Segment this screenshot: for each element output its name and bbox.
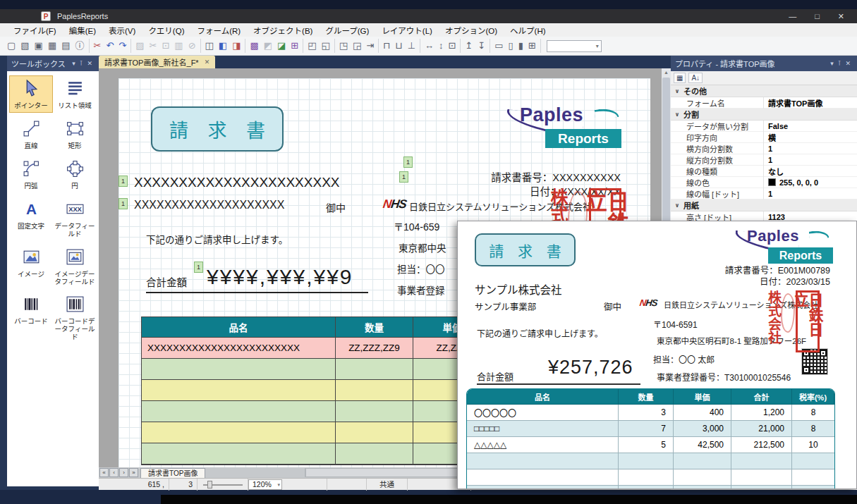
toolbar-field-edit-icon[interactable]: ◧ xyxy=(219,39,227,52)
property-value[interactable]: 255, 0, 0, 0 xyxy=(764,178,857,187)
property-section-2[interactable]: ∨分割 xyxy=(671,109,857,121)
pin-icon[interactable]: ⊺ xyxy=(78,60,85,67)
toolbar-fit-page-icon[interactable]: ▮ xyxy=(518,39,523,52)
nhs-logo[interactable]: NHS xyxy=(383,197,406,211)
toolbar-same-size-icon[interactable]: ⊡ xyxy=(448,39,456,52)
toolbar-new-form-icon[interactable]: ▢ xyxy=(7,39,16,52)
property-section-10[interactable]: ∨用紙 xyxy=(671,199,857,211)
tool-line[interactable]: 直線 xyxy=(9,116,53,153)
nav-prev-icon[interactable]: ‹ xyxy=(109,468,118,477)
menu-item-8[interactable]: オプション(O) xyxy=(439,25,504,36)
property-value[interactable]: 1123 xyxy=(764,213,857,221)
menu-item-0[interactable]: ファイル(F) xyxy=(7,25,63,36)
toolbar-align-top-icon[interactable]: ⊓ xyxy=(383,39,390,52)
close-icon[interactable]: ✕ xyxy=(843,60,853,67)
toolbar-print-icon[interactable]: ▤ xyxy=(61,39,70,52)
zoom-slider[interactable] xyxy=(197,479,248,491)
toolbar-bring-front-icon[interactable]: ◰ xyxy=(308,39,316,52)
toolbar-same-height-icon[interactable]: ↕ xyxy=(439,39,444,52)
toolbar-send-back-icon[interactable]: ◱ xyxy=(322,39,330,52)
toolbar-field-delete-icon[interactable]: ◨ xyxy=(232,39,241,52)
menu-item-7[interactable]: レイアウト(L) xyxy=(375,25,439,36)
toolbar-center-vertical-icon[interactable]: ↧ xyxy=(478,39,485,52)
pin-icon[interactable]: ⊺ xyxy=(836,60,844,67)
property-value[interactable]: 1 xyxy=(764,190,857,198)
total-amount-field[interactable]: ¥¥¥¥,¥¥¥,¥¥9 xyxy=(207,265,353,289)
tool-list-area[interactable]: リスト領域 xyxy=(53,75,97,113)
tool-image-data-field[interactable]: イメージデータフィールド xyxy=(53,244,97,289)
menu-item-6[interactable]: グループ(G) xyxy=(319,25,375,36)
toolbar-undo-icon[interactable]: ↶ xyxy=(106,39,114,52)
registration-label[interactable]: 事業者登録 xyxy=(397,283,445,297)
client-name-field[interactable]: XXXXXXXXXXXXXXXXXXXXXXX xyxy=(134,175,339,190)
toolbar-copy-icon[interactable]: ⊡ xyxy=(162,39,169,52)
paples-reports-logo[interactable]: Paples Reports xyxy=(504,104,623,151)
nav-first-icon[interactable]: « xyxy=(99,468,109,477)
contact-label[interactable]: 担当：〇〇 xyxy=(397,262,445,276)
menu-item-2[interactable]: 表示(V) xyxy=(102,25,142,36)
close-icon[interactable]: ✕ xyxy=(838,12,844,21)
minimize-icon[interactable]: — xyxy=(789,12,796,20)
address-label[interactable]: 東京都中央 xyxy=(399,240,446,254)
maximize-icon[interactable]: □ xyxy=(815,12,820,20)
property-section-0[interactable]: ∨その他 xyxy=(671,85,857,97)
tool-data-field[interactable]: XXXデータフィールド xyxy=(53,196,97,241)
sheet-tab[interactable]: 請求書TOP画像 xyxy=(140,468,205,478)
panel-menu-icon[interactable]: ▾ xyxy=(828,60,836,67)
toolbar-delete-icon[interactable]: ⊘ xyxy=(188,39,196,52)
tool-circle[interactable]: 円 xyxy=(53,156,97,193)
tool-image[interactable]: イメージ xyxy=(9,244,53,289)
categorized-view-icon[interactable]: ▦ xyxy=(674,73,686,83)
greeting-label[interactable]: 下記の通りご請求申し上げます。 xyxy=(146,232,288,246)
nav-next-icon[interactable]: › xyxy=(119,468,128,477)
toolbar-align-center-h-icon[interactable]: ◲ xyxy=(353,39,361,52)
nav-last-icon[interactable]: » xyxy=(129,468,138,477)
slider-thumb[interactable] xyxy=(207,481,212,488)
toolbar-align-left-icon[interactable]: ◳ xyxy=(339,39,348,52)
toolbar-same-width-icon[interactable]: ↔ xyxy=(425,39,434,52)
property-value[interactable]: 横 xyxy=(764,132,857,143)
tool-rectangle[interactable]: 矩形 xyxy=(53,116,97,153)
toolbar-grid-icon[interactable]: ⊞ xyxy=(291,39,298,52)
toolbar-combobox[interactable]: ▾ xyxy=(547,40,602,52)
toolbar-cut-2-icon[interactable]: ✂ xyxy=(150,39,157,52)
toolbar-zoom-grid-icon[interactable]: ⊞ xyxy=(528,39,536,52)
document-tab[interactable]: 請求書TOP画像_新社名_F* ✕ xyxy=(99,56,215,68)
toolbar-info-icon[interactable]: ⓘ xyxy=(75,39,84,52)
toolbar-fit-width-icon[interactable]: ▭ xyxy=(494,39,503,52)
menu-item-5[interactable]: オブジェクト(B) xyxy=(247,25,319,36)
tool-barcode[interactable]: バーコード xyxy=(9,291,53,344)
property-value[interactable]: False xyxy=(764,122,857,130)
property-value[interactable]: 1 xyxy=(764,156,857,164)
scroll-up-icon[interactable]: ▲ xyxy=(662,68,671,77)
toolbar-align-middle-icon[interactable]: ⊔ xyxy=(395,39,402,52)
toolbar-align-bottom-icon[interactable]: ⊥ xyxy=(408,39,415,52)
close-icon[interactable]: ✕ xyxy=(205,59,210,66)
client-dept-field[interactable]: XXXXXXXXXXXXXXXXXXXX xyxy=(134,199,284,211)
toolbar-fit-height-icon[interactable]: ▯ xyxy=(508,39,513,52)
menu-item-9[interactable]: ヘルプ(H) xyxy=(504,25,552,36)
toolbar-group-objects-icon[interactable]: ◪ xyxy=(277,39,286,52)
close-icon[interactable]: ✕ xyxy=(85,60,95,67)
toolbar-center-horizontal-icon[interactable]: ↥ xyxy=(465,39,473,52)
toolbar-object-list-icon[interactable]: ▩ xyxy=(250,39,258,52)
tool-pointer[interactable]: ポインター xyxy=(9,75,53,113)
toolbar-open-icon[interactable]: ▧ xyxy=(20,39,29,52)
scrollbar-thumb[interactable] xyxy=(306,469,477,477)
property-value[interactable]: 請求書TOP画像 xyxy=(764,97,857,109)
invoice-title-box[interactable]: 請 求 書 xyxy=(151,106,284,152)
menu-item-1[interactable]: 編集(E) xyxy=(63,25,102,36)
toolbar-paste-icon[interactable]: ▥ xyxy=(174,39,183,52)
postal-code-label[interactable]: 〒104-659 xyxy=(394,219,439,233)
property-value[interactable]: なし xyxy=(764,166,857,177)
toolbar-save-icon[interactable]: ▣ xyxy=(35,39,43,52)
toolbar-paste-form-icon[interactable]: ▨ xyxy=(135,39,144,52)
toolbar-object-props-icon[interactable]: ◩ xyxy=(264,39,272,52)
toolbar-cut-icon[interactable]: ✂ xyxy=(94,39,102,52)
toolbar-redo-icon[interactable]: ↷ xyxy=(118,39,126,52)
tool-arc[interactable]: 円弧 xyxy=(9,156,53,193)
tool-barcode-data-field[interactable]: バーコードデータフィールド xyxy=(53,291,97,344)
panel-menu-icon[interactable]: ▾ xyxy=(70,60,78,67)
zoom-level-dropdown[interactable]: 120% ▾ xyxy=(248,479,282,490)
toolbar-save-all-icon[interactable]: ▦ xyxy=(48,39,56,52)
